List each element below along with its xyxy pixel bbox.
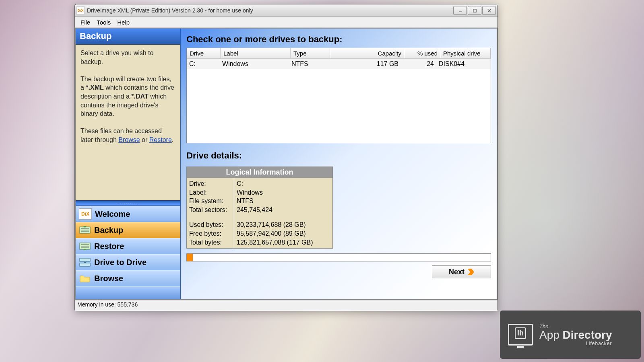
value-free: 95,587,942,400 (89 GB) [237,229,330,238]
close-button[interactable] [482,6,496,15]
watermark-logo: lh The App Directory Lifehacker [500,311,641,359]
nav-drive-to-drive[interactable]: Drive to Drive [76,254,180,270]
drives-heading: Check one or more drives to backup: [186,34,491,45]
status-bar: Memory in use: 555,736 [75,300,497,311]
label-free: Free bytes: [189,229,231,238]
maximize-button[interactable] [468,6,481,15]
sidebar-separator[interactable]: ∙∙∙∙∙∙∙∙∙∙ [76,200,180,206]
desktop-background: DiX DriveImage XML (Private Edition) Ver… [0,0,644,362]
details-title: Logical Information [187,167,332,178]
link-restore[interactable]: Restore [149,136,172,143]
nav-filler [76,286,180,299]
label-fs: File system: [189,197,231,206]
progress-fill [187,254,193,261]
value-drive: C: [237,179,330,188]
value-label: Windows [237,188,330,197]
value-used: 30,233,714,688 (28 GB) [237,220,330,229]
nav-browse[interactable]: Browse [76,270,180,286]
col-drive[interactable]: Drive [187,48,221,58]
col-type[interactable]: Type [291,48,330,58]
menu-help[interactable]: Help [114,18,133,27]
sidebar-description: Select a drive you wish to backup. The b… [76,45,180,148]
sidebar-header: Backup [76,29,180,45]
col-physical[interactable]: Physical drive [440,48,491,58]
menu-tools[interactable]: Tools [93,18,114,27]
welcome-icon: DiX [79,208,92,220]
titlebar[interactable]: DiX DriveImage XML (Private Edition) Ver… [75,4,497,17]
svg-rect-7 [80,263,90,266]
value-fs: NTFS [237,197,330,206]
restore-icon [79,241,91,251]
drive-to-drive-icon [79,257,91,267]
link-browse[interactable]: Browse [118,136,140,143]
label-total: Total bytes: [189,238,231,247]
menu-file[interactable]: File [77,18,93,27]
col-capacity[interactable]: Capacity [330,48,404,58]
arrow-right-icon [468,269,474,275]
svg-rect-1 [473,9,476,12]
label-drive: Drive: [189,179,231,188]
col-label[interactable]: Label [221,48,291,58]
nav-backup[interactable]: Backup [76,222,180,238]
monitor-icon: lh [508,324,533,346]
backup-icon [79,225,91,235]
label-label: Label: [189,188,231,197]
progress-bar [186,253,491,261]
svg-rect-6 [80,258,90,261]
label-used: Used bytes: [189,220,231,229]
drives-table[interactable]: Drive Label Type Capacity % used Physica… [186,48,491,143]
folder-icon [79,273,91,284]
app-icon: DiX [76,6,85,14]
details-box: Logical Information Drive: Label: File s… [186,167,333,249]
label-sectors: Total sectors: [189,206,231,214]
value-sectors: 245,745,424 [237,206,330,214]
menubar: File Tools Help [75,17,497,28]
value-total: 125,821,657,088 (117 GB) [237,238,330,247]
details-heading: Drive details: [186,150,491,161]
table-row[interactable]: C: Windows NTFS 117 GB 24 DISK0#4 [187,59,491,69]
window-title: DriveImage XML (Private Edition) Version… [87,7,453,14]
next-button[interactable]: Next [432,265,491,278]
nav: DiX Welcome Backup Restore Drive to Driv… [76,206,180,299]
nav-welcome[interactable]: DiX Welcome [76,206,180,222]
sidebar: Backup Select a drive you wish to backup… [76,29,181,299]
nav-restore[interactable]: Restore [76,238,180,254]
main-panel: Check one or more drives to backup: Driv… [181,29,497,299]
table-header: Drive Label Type Capacity % used Physica… [187,48,491,59]
minimize-button[interactable] [453,6,467,15]
app-window: DiX DriveImage XML (Private Edition) Ver… [74,4,498,311]
col-used[interactable]: % used [404,48,440,58]
